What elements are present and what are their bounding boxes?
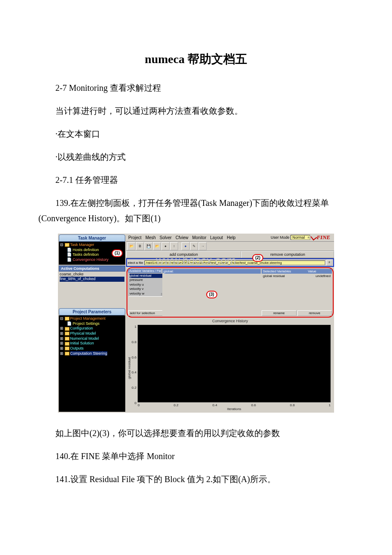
add-computation-button[interactable]: add computation <box>126 251 241 258</box>
xtick-04: 0.4 <box>212 403 217 407</box>
xtick-1: 1 <box>329 403 331 407</box>
xtick-06: 0.6 <box>251 403 256 407</box>
sel-vars-value-header: Value <box>306 269 332 274</box>
para-intro: 当计算进行时，可以通过两种方法查看收敛参数。 <box>38 103 354 119</box>
ytick-04: 0.4 <box>132 370 136 374</box>
sel-vars-header: Selected Variables <box>262 269 306 274</box>
var-velocity-u[interactable]: velocity u <box>130 283 163 287</box>
usermode-label: User Mode <box>271 235 289 240</box>
tree-convergence[interactable]: Convergence History <box>73 257 109 262</box>
tool-arrow-icon[interactable]: → <box>199 242 207 250</box>
tool-wand-icon[interactable]: ✎ <box>190 242 198 250</box>
ytick-0: 0 <box>132 401 136 405</box>
available-vars-list[interactable]: global residual pressure velocity u velo… <box>128 273 164 297</box>
tree-numerical-model[interactable]: Numerical Model <box>70 336 99 341</box>
menubar: Project Mesh Solver Cfview Monitor Layou… <box>126 234 334 242</box>
xtick-02: 0.2 <box>173 403 178 407</box>
plot-canvas <box>138 325 331 402</box>
plot-xaxis: 0 0.2 0.4 0.6 0.8 1 <box>138 402 331 407</box>
tree-task-manager[interactable]: Task Manager <box>70 243 95 247</box>
task-manager-tree[interactable]: ⊟ Task Manager 📄 Hosts definition 📄 Task… <box>59 242 125 265</box>
para-139: 139.在左侧控制面板，打开任务管理器(Task Manager)下面的收敛过程… <box>38 195 354 226</box>
rename-button[interactable]: rename <box>262 310 297 316</box>
fine-logo: FINE <box>317 234 330 241</box>
comp-coarse-choke[interactable]: coarse_choke <box>60 272 124 277</box>
file-select-row: elect a file /raid1/dumortier/release200… <box>126 258 334 267</box>
menu-solver[interactable]: Solver <box>160 235 172 240</box>
tree-initial-solution[interactable]: Initial Solution <box>70 341 94 345</box>
para-bullet2: ·以残差曲线的方式 <box>38 149 354 165</box>
ytick-02: 0.2 <box>132 386 136 390</box>
tree-tasks[interactable]: Tasks definition <box>72 252 99 257</box>
para-271: 2-7.1 任务管理器 <box>38 172 354 188</box>
task-manager-title: Task Manager <box>59 234 125 242</box>
tool-blob-icon[interactable]: ● <box>182 242 190 250</box>
callout-3: (3) <box>206 291 217 298</box>
menu-mesh[interactable]: Mesh <box>145 235 156 240</box>
tool-open-icon[interactable]: 📂 <box>127 242 135 250</box>
var-velocity-v[interactable]: velocity v <box>130 287 163 291</box>
tool-bang-icon[interactable]: ! <box>170 242 178 250</box>
tree-physical-model[interactable]: Physical Model <box>70 331 96 335</box>
file-spin-button[interactable]: ± <box>326 260 332 266</box>
left-pane: Task Manager ⊟ Task Manager 📄 Hosts defi… <box>58 234 126 413</box>
plot-yaxis: 1 0.8 0.6 0.4 0.2 0 <box>132 325 138 411</box>
var-velocity-w[interactable]: velocity w <box>130 292 163 296</box>
file-path-input[interactable]: /raid1/dumortier/release2001/manuals/tes… <box>144 260 325 265</box>
file-label: elect a file <box>128 261 143 265</box>
para-2-7: 2-7 Monitoring 查看求解过程 <box>38 80 354 95</box>
var-pressure[interactable]: pressure <box>130 278 163 282</box>
selected-vars-list[interactable]: global residual undefined <box>262 274 332 292</box>
menu-project[interactable]: Project <box>128 235 141 240</box>
tool-open2-icon[interactable]: 📂 <box>153 242 161 250</box>
para-caption: 如上图中(2)(3)，你可以选择想要查看的用以判定收敛的参数 <box>38 425 354 441</box>
plot-ylabel: global residual <box>127 325 132 411</box>
selected-vars-panel: Selected Variables Value global residual… <box>262 269 332 316</box>
tree-project-settings[interactable]: Project Settings <box>73 321 100 326</box>
add-for-selection-button[interactable]: add for selection <box>128 310 166 316</box>
tree-configuration[interactable]: Configuration <box>70 326 93 330</box>
usermode-combo[interactable]: Normal <box>291 235 310 240</box>
tree-computation-steering[interactable]: Computation Steering <box>70 351 107 356</box>
comp-fine-98[interactable]: fine_98%_of_choked <box>60 277 124 281</box>
xtick-0: 0 <box>138 403 139 407</box>
vars-header-mid: global: <box>162 269 261 274</box>
tree-hosts[interactable]: Hosts definition <box>73 248 99 252</box>
tool-save-icon[interactable]: 💾 <box>144 242 153 250</box>
project-parameters-tree[interactable]: ⊟ Project Management 📄 Project Settings … <box>59 315 125 412</box>
callout-1: (1) <box>112 249 123 257</box>
tree-outputs[interactable]: Outputs <box>70 346 84 350</box>
screenshot: www.bdocx.com Task Manager ⊟ Task Manage… <box>58 234 334 413</box>
project-parameters-title: Project Parameters <box>59 308 125 315</box>
convergence-plot: global residual 1 0.8 0.6 0.4 0.2 0 0 0.… <box>126 324 334 413</box>
var-global-residual[interactable]: global residual <box>130 274 163 278</box>
ytick-1: 1 <box>132 325 136 329</box>
plot-xlabel: Iterations <box>138 407 331 411</box>
para-140: 140.在 FINE 菜单中选择 Monitor <box>38 448 354 464</box>
ytick-06: 0.6 <box>132 356 136 359</box>
ytick-08: 0.8 <box>132 340 136 344</box>
doc-title: numeca 帮助文档五 <box>38 51 354 67</box>
remove-button[interactable]: remove <box>297 310 332 316</box>
callout-2: (2) <box>252 254 263 262</box>
vars-mid-area: (3) <box>162 274 261 316</box>
tool-dot-icon[interactable]: ● <box>161 242 170 250</box>
menu-monitor[interactable]: Monitor <box>192 235 206 240</box>
menu-cfview[interactable]: Cfview <box>176 235 188 240</box>
computation-buttons-row: add computation remove computation <box>126 251 334 258</box>
right-pane: Project Mesh Solver Cfview Monitor Layou… <box>126 234 334 413</box>
para-141: 141.设置 Residual File 项下的 Block 值为 2.如下图(… <box>38 471 354 487</box>
menu-help[interactable]: Help <box>227 235 236 240</box>
tree-project-management[interactable]: Project Management <box>70 316 106 321</box>
active-computations-list[interactable]: coarse_choke fine_98%_of_choked <box>59 272 125 306</box>
xtick-08: 0.8 <box>290 403 295 407</box>
para-bullet1: ·在文本窗口 <box>38 126 354 142</box>
convergence-history-label: Convergence History <box>126 318 334 324</box>
vars-header-left: Available Variables / Parameters type: <box>128 269 161 273</box>
variables-zone: Available Variables / Parameters type: g… <box>127 267 334 318</box>
toolbar: 📂 🗎 💾 📂 ● ! ● ✎ → <box>126 242 334 251</box>
sel-var-name: global residual <box>263 274 285 292</box>
sel-var-value: undefined <box>316 274 331 292</box>
tool-new-icon[interactable]: 🗎 <box>136 242 144 250</box>
menu-layout[interactable]: Layout <box>210 235 223 240</box>
